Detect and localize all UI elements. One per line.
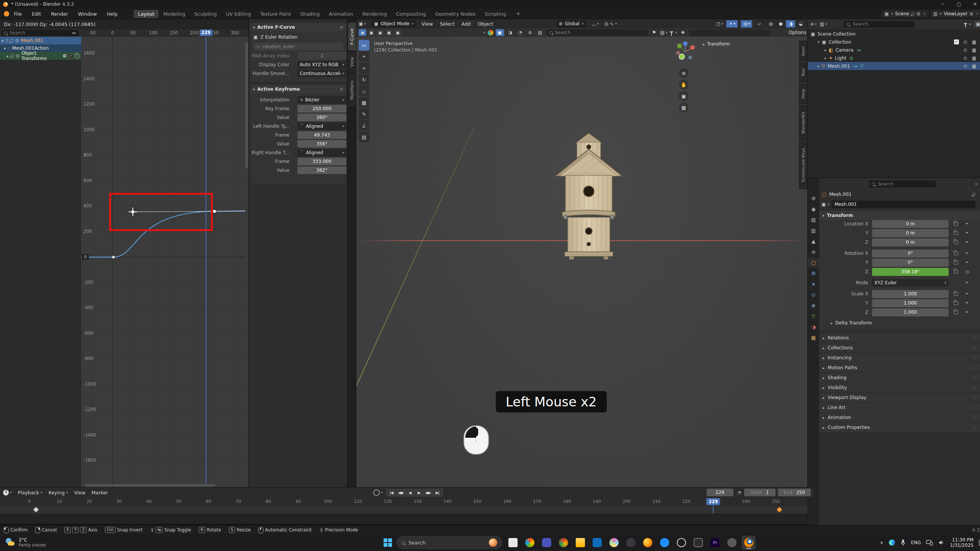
timeline-playhead-badge[interactable]: 229: [706, 498, 720, 505]
blenderkit-search-input[interactable]: Search: [546, 29, 648, 36]
taskbar-app-capture-app[interactable]: [691, 536, 705, 549]
dropdown-display-color[interactable]: Auto XYZ to RGB▾: [297, 61, 346, 68]
mode-dropdown[interactable]: ▣ Object Mode ▾: [371, 20, 416, 28]
taskbar-app-teams[interactable]: [540, 536, 554, 549]
mode-dropdown[interactable]: XYZ Euler▾: [872, 279, 949, 287]
value-field[interactable]: 358.19°: [872, 268, 949, 276]
wireframe-shading-icon[interactable]: ◍: [766, 20, 775, 28]
properties-tab-particles[interactable]: ∗: [808, 279, 819, 289]
taskbar-app-firefox[interactable]: [641, 536, 655, 549]
field-value[interactable]: 360°: [297, 114, 346, 121]
graph-frame-ruler[interactable]: -50050100150200250300229: [81, 29, 245, 37]
weather-widget[interactable]: 2°C Partly cloudy: [5, 537, 46, 548]
field-rna-array-index[interactable]: 2: [297, 52, 346, 60]
channel-expand-icon[interactable]: ∷: [8, 46, 10, 51]
value-field[interactable]: 1.000: [872, 290, 949, 298]
filter-dropdown[interactable]: ▾: [670, 31, 677, 34]
outliner-display-mode[interactable]: ≡▾: [810, 21, 817, 27]
viewport-tab-item[interactable]: Item: [799, 41, 808, 61]
proportional-edit-controls[interactable]: ◎∿▾: [604, 21, 617, 26]
animate-dot-icon[interactable]: •: [965, 259, 968, 267]
tray-clock[interactable]: 11:30 PM 1/31/2025: [950, 537, 973, 548]
new-collection-button[interactable]: ▣: [974, 21, 980, 28]
viewport-menu-add[interactable]: Add: [462, 21, 471, 27]
start-button[interactable]: [383, 538, 393, 548]
camera-view-icon[interactable]: ▣: [679, 91, 689, 101]
field-frame[interactable]: 49.743: [297, 131, 346, 139]
object-visibility-dropdown[interactable]: ◳▾: [716, 21, 724, 26]
viewport-tab-screencast-keys[interactable]: Screencast Keys: [799, 141, 808, 189]
properties-tab-render[interactable]: ◉: [808, 204, 819, 214]
options-dropdown[interactable]: Options▾: [789, 30, 808, 35]
properties-tab-output[interactable]: ▤: [808, 215, 819, 225]
rendered-shading-icon[interactable]: ◒: [796, 20, 805, 28]
minimize-button[interactable]: ─: [935, 0, 951, 8]
animate-dot-icon[interactable]: •: [965, 290, 968, 298]
viewport-3d[interactable]: ▣▾ ▣ Object Mode ▾ ViewSelectAddObject ⊕…: [356, 19, 808, 487]
current-frame-field[interactable]: 229: [707, 489, 733, 496]
active-keyframe-panel-header[interactable]: ▾Active Keyframe≡: [250, 85, 346, 93]
taskbar-app-premiere-pro[interactable]: Pr: [708, 536, 722, 549]
fcurve-plot-svg[interactable]: [81, 37, 245, 484]
timeline-menu-keying[interactable]: Keying▾: [49, 490, 68, 496]
menu-render[interactable]: Render: [50, 10, 69, 18]
hide-eye-icon[interactable]: ⊙: [964, 39, 967, 45]
outliner-row-light[interactable]: ▸✦Light⊙⊙▦: [808, 54, 980, 62]
expand-chevron-icon[interactable]: ▸: [818, 64, 820, 68]
tray-network-icon[interactable]: [926, 540, 933, 546]
select-extend-icon[interactable]: ▣: [368, 29, 375, 36]
disable-render-icon[interactable]: ▦: [972, 64, 976, 69]
workspace-tab-modeling[interactable]: Modeling: [159, 10, 189, 18]
dropdown-handle-smoot-[interactable]: Continuous Acceler...▾: [297, 70, 346, 77]
lock-icon[interactable]: [954, 222, 958, 226]
properties-tab-material[interactable]: ◑: [808, 322, 819, 332]
asset-type-model-icon[interactable]: ▣: [496, 29, 504, 36]
solid-shading-icon[interactable]: ●: [776, 20, 785, 28]
channel-expand-icon[interactable]: ▸: [7, 54, 9, 58]
sidebar-tab-f-curve[interactable]: F-Curve: [348, 22, 356, 51]
expand-chevron-icon[interactable]: ▸: [825, 48, 826, 52]
orientation-dropdown[interactable]: ⊕ Global ▾: [556, 20, 586, 28]
workspace-tab-animation[interactable]: Animation: [325, 10, 358, 18]
panel-header-motion-paths[interactable]: ▸Motion Paths∷: [819, 363, 980, 372]
animate-dot-icon[interactable]: •: [965, 279, 968, 287]
timeline-menu-marker[interactable]: Marker: [91, 490, 108, 496]
categories-dropdown[interactable]: ▤▾: [660, 30, 668, 35]
value-field[interactable]: 0 m: [872, 229, 949, 237]
taskbar-app-file-explorer[interactable]: [573, 536, 587, 549]
blenderkit-status-field[interactable]: [689, 29, 769, 36]
add-workspace-button[interactable]: +: [513, 10, 523, 17]
pin-icon[interactable]: [10, 38, 14, 42]
material-preview-icon[interactable]: ◑: [786, 20, 795, 28]
playhead-frame-badge[interactable]: 229: [199, 29, 212, 36]
show-gizmo-toggle[interactable]: +▾: [726, 20, 738, 28]
blender-menu-icon[interactable]: [4, 11, 9, 16]
properties-tab-object[interactable]: ▢: [808, 258, 819, 267]
sidebar-tab-modifiers[interactable]: Modifiers: [348, 73, 356, 107]
timeline-menu-view[interactable]: View: [74, 490, 85, 496]
snap-controls[interactable]: ◡▾: [591, 21, 599, 26]
hide-eye-icon[interactable]: ⊙: [964, 64, 967, 69]
viewport-tab-blenderkit[interactable]: BlenderKit: [799, 105, 808, 140]
taskbar-app-discord[interactable]: [624, 536, 638, 549]
proportional-edit-icon[interactable]: ◎: [604, 21, 608, 26]
timeline-ruler[interactable]: 0102030405060708090100110120130140150160…: [0, 497, 808, 506]
bookmark-icon[interactable]: ⚑: [650, 30, 658, 35]
pin-icon[interactable]: [972, 192, 976, 196]
disable-render-icon[interactable]: ▦: [972, 39, 976, 45]
channel-search-input[interactable]: Search: [2, 30, 72, 36]
tray-chevron-icon[interactable]: ∧: [880, 540, 884, 545]
jump-to-end-button[interactable]: ▶|: [433, 489, 442, 496]
outliner-mode-icon[interactable]: ▥▾: [820, 21, 827, 27]
asset-type-material-icon[interactable]: ◑: [506, 30, 514, 35]
panel-header-collections[interactable]: ▸Collections∷: [819, 343, 980, 352]
pin-icon[interactable]: [911, 11, 915, 16]
lock-icon[interactable]: [954, 270, 958, 274]
modifier-wrench-icon[interactable]: ⚙: [62, 53, 67, 59]
disable-render-icon[interactable]: ▦: [972, 47, 976, 53]
viewlayer-selector[interactable]: ▥▾ ViewLayer ⧉ ✕: [931, 10, 980, 18]
taskbar-app-outlook[interactable]: [590, 536, 604, 549]
workspace-tab-scripting[interactable]: Scripting: [480, 10, 510, 18]
animate-dot-icon[interactable]: •: [965, 249, 968, 258]
taskbar-app-app-blue[interactable]: [658, 536, 671, 549]
